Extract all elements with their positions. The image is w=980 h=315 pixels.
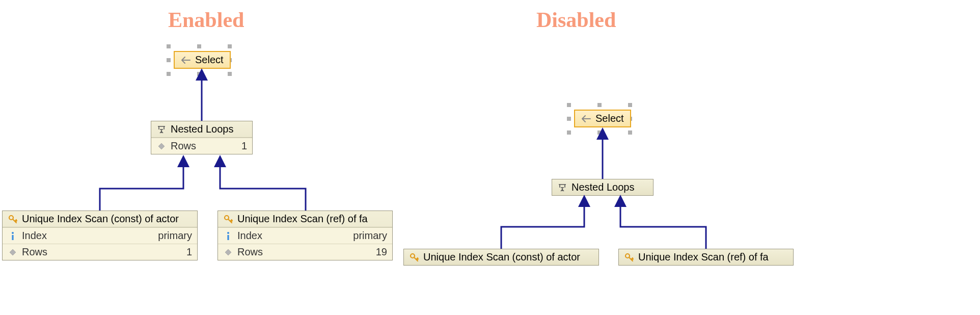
index-label: Index [22,230,47,242]
scan-right-label: Unique Index Scan (ref) of fa [638,251,769,263]
key-icon [223,214,233,224]
nested-loops-label: Nested Loops [571,181,634,193]
scan-left-label: Unique Index Scan (const) of actor [423,251,580,263]
rows-value: 1 [186,246,192,258]
diamond-icon [156,141,167,151]
nested-loops-rows-row: Rows 1 [151,138,252,154]
diamond-icon [223,247,233,257]
info-icon [223,231,233,241]
select-label: Select [195,54,224,66]
rows-label: Rows [22,246,47,258]
svg-rect-2 [12,235,13,240]
scan-right-index-row: Index primary [218,227,392,244]
connector-lines-right [0,0,815,315]
scan-left-node-right[interactable]: Unique Index Scan (const) of actor [403,249,599,266]
index-label: Index [237,230,262,242]
index-value: primary [158,230,192,242]
rows-label: Rows [237,246,263,258]
scan-left-index-row: Index primary [3,227,197,244]
scan-right-label: Unique Index Scan (ref) of fa [237,213,368,225]
svg-point-4 [227,232,229,234]
rows-label: Rows [171,140,196,152]
arrow-left-icon [181,55,191,65]
index-value: primary [353,230,387,242]
svg-rect-5 [227,235,229,240]
key-icon [8,214,18,224]
scan-left-node-left[interactable]: Unique Index Scan (const) of actor Index… [2,211,198,260]
arrow-left-icon [581,114,591,124]
scan-right-node-right[interactable]: Unique Index Scan (ref) of fa [618,249,794,266]
scan-left-rows-row: Rows 1 [3,244,197,260]
scan-left-label: Unique Index Scan (const) of actor [22,213,179,225]
select-label: Select [595,113,624,124]
join-icon [557,182,567,193]
rows-value: 19 [376,246,387,258]
scan-right-rows-row: Rows 19 [218,244,392,260]
nested-loops-node-left[interactable]: Nested Loops Rows 1 [151,121,253,154]
info-icon [8,231,18,241]
scan-right-node-left[interactable]: Unique Index Scan (ref) of fa Index prim… [217,211,393,260]
select-node-right[interactable]: Select [574,110,631,127]
nested-loops-node-right[interactable]: Nested Loops [552,179,654,196]
nested-loops-label: Nested Loops [171,123,233,135]
key-icon [409,252,419,262]
join-icon [156,124,167,135]
key-icon [624,252,634,262]
diamond-icon [8,247,18,257]
section-title-disabled: Disabled [536,8,616,32]
select-node-left[interactable]: Select [174,51,231,69]
svg-point-1 [12,232,14,234]
section-title-enabled: Enabled [168,8,244,32]
rows-value: 1 [241,140,247,152]
